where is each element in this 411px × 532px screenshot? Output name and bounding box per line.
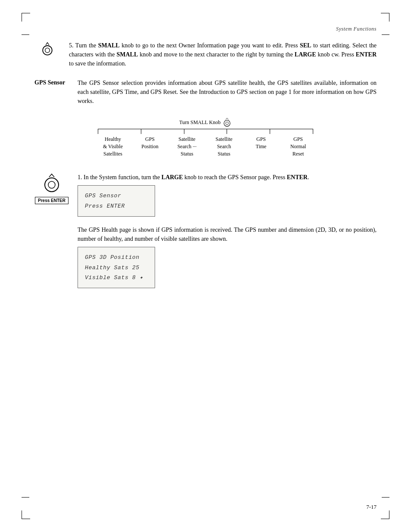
nav-label-gps-time: GPS Time xyxy=(246,136,276,157)
corner-mark-bl xyxy=(22,510,30,519)
step1-text: 1. In the System function, turn the LARG… xyxy=(78,173,377,182)
step1-lcd-line1: GPS Sensor xyxy=(85,191,148,201)
step2-lcd-line2: Healthy Sats 25 xyxy=(85,263,148,273)
step2-lcd: GPS 3D Position Healthy Sats 25 Visible … xyxy=(78,247,155,288)
nav-label-sat-search-2: Satellite Search Status xyxy=(209,136,239,157)
step5-icon-area xyxy=(34,41,60,57)
nav-label-gps-position: GPS Position xyxy=(135,136,165,157)
corner-mark-tr xyxy=(381,13,389,22)
tick-marks-row xyxy=(98,129,313,136)
step5-text-area: 5. Turn the SMALL knob to go to the next… xyxy=(69,41,377,68)
svg-point-2 xyxy=(224,120,230,126)
side-mark-bl xyxy=(22,497,29,498)
nav-label-sat-search-1: Satellite Search ··· Status xyxy=(172,136,202,157)
step2-text: The GPS Health page is shown if GPS info… xyxy=(78,225,377,243)
nav-label-gps-time-line1: GPS xyxy=(256,136,266,142)
page-header: System Functions xyxy=(34,26,377,32)
tick-4 xyxy=(227,129,227,134)
step2-lcd-line3: Visible Sats 8 ✦ xyxy=(85,273,148,283)
step2-text-area: The GPS Health page is shown if GPS info… xyxy=(78,225,377,288)
diagram-section: Turn SMALL Knob Healthy xyxy=(34,118,377,157)
side-mark-tr xyxy=(382,34,389,35)
nav-label-sat2-line2: Search xyxy=(217,143,231,149)
nav-label-gps-reset: GPS Normal Reset xyxy=(283,136,313,157)
svg-point-1 xyxy=(45,48,50,53)
side-mark-tl xyxy=(22,34,29,35)
turn-knob-icon xyxy=(222,118,232,127)
tick-6 xyxy=(313,129,313,134)
gps-sensor-text-area: The GPS Sensor selection provides inform… xyxy=(78,78,377,106)
step5-row: 5. Turn the SMALL knob to go to the next… xyxy=(34,41,377,68)
nav-label-sat1-line1: Satellite xyxy=(178,136,195,142)
step1-row: Press ENTER 1. In the System function, t… xyxy=(34,173,377,217)
nav-label-gps-reset-line1: GPS xyxy=(293,136,303,142)
corner-mark-tl xyxy=(22,13,30,22)
gps-sensor-text: The GPS Sensor selection provides inform… xyxy=(78,78,377,106)
nav-label-gps-reset-line3: Reset xyxy=(293,151,304,157)
page-number: 7-17 xyxy=(366,504,377,510)
nav-label-healthy-line2: & Visible xyxy=(103,143,123,149)
step5-text: 5. Turn the SMALL knob to go to the next… xyxy=(69,41,377,68)
corner-mark-br xyxy=(381,510,389,519)
step1-lcd: GPS Sensor Press ENTER xyxy=(78,185,155,217)
svg-point-5 xyxy=(48,181,55,188)
gps-sensor-label: GPS Sensor xyxy=(34,78,69,86)
small-knob-icon xyxy=(40,42,55,57)
side-mark-br xyxy=(382,497,389,498)
step1-lcd-line2: Press ENTER xyxy=(85,201,148,211)
svg-point-0 xyxy=(43,46,52,55)
step1-text-area: 1. In the System function, turn the LARG… xyxy=(78,173,377,217)
step2-lcd-line1: GPS 3D Position xyxy=(85,252,148,262)
nav-label-healthy-line1: Healthy xyxy=(105,136,121,142)
enter-button: Press ENTER xyxy=(35,197,68,204)
tick-1 xyxy=(98,129,98,134)
svg-point-3 xyxy=(226,122,229,125)
svg-point-4 xyxy=(45,178,59,192)
nav-label-gps-reset-line2: Normal xyxy=(290,143,306,149)
step1-icon-area: Press ENTER xyxy=(34,173,69,204)
large-knob-icon xyxy=(41,173,62,194)
tick-5 xyxy=(270,129,270,134)
gps-sensor-section: GPS Sensor The GPS Sensor selection prov… xyxy=(34,78,377,106)
nav-label-healthy: Healthy & Visible Satellites xyxy=(98,136,128,157)
tick-3 xyxy=(184,129,184,134)
nav-label-sat1-line2: Search ··· xyxy=(177,143,197,149)
nav-label-sat1-line3: Status xyxy=(181,151,193,157)
turn-small-knob-label: Turn SMALL Knob xyxy=(34,118,377,127)
page: System Functions 5. Turn the SMALL knob … xyxy=(0,0,411,532)
nav-label-gps-time-line2: Time xyxy=(256,143,267,149)
tick-2 xyxy=(141,129,141,134)
nav-label-gps-pos-line1: GPS xyxy=(145,136,155,142)
nav-labels-row: Healthy & Visible Satellites GPS Positio… xyxy=(98,136,313,157)
nav-label-gps-pos-line2: Position xyxy=(141,143,158,149)
nav-label-healthy-line3: Satellites xyxy=(103,151,122,157)
turn-label-text: Turn SMALL Knob xyxy=(179,119,221,126)
content-area: 5. Turn the SMALL knob to go to the next… xyxy=(34,41,377,297)
step2-row: The GPS Health page is shown if GPS info… xyxy=(34,225,377,288)
nav-label-sat2-line3: Status xyxy=(218,151,230,157)
nav-label-sat2-line1: Satellite xyxy=(215,136,232,142)
